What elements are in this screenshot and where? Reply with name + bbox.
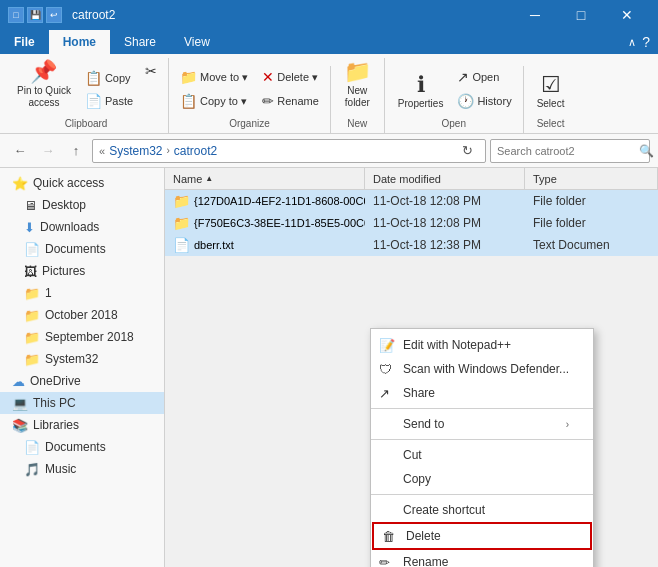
delete-ribbon-button[interactable]: ✕ Delete ▾ xyxy=(257,66,324,88)
folder-1-icon: 📁 xyxy=(24,286,40,301)
titlebar-controls: ─ □ ✕ xyxy=(512,0,650,30)
folder-icon-0: 📁 xyxy=(173,193,190,209)
rename-ribbon-button[interactable]: ✏ Rename xyxy=(257,90,324,112)
onedrive-icon: ☁ xyxy=(12,374,25,389)
sidebar-item-1[interactable]: 📁 1 xyxy=(0,282,164,304)
sidebar-item-quick-access[interactable]: ⭐ Quick access xyxy=(0,172,164,194)
ribbon-group-open: ℹ Properties ↗ Open 🕐 History Open xyxy=(385,66,524,133)
search-box[interactable]: 🔍 xyxy=(490,139,650,163)
cut-button[interactable]: ✂ xyxy=(140,60,162,82)
ctx-share[interactable]: ↗ Share xyxy=(371,381,593,405)
file-row-0[interactable]: 📁 {127D0A1D-4EF2-11D1-8608-00C04FC295...… xyxy=(165,190,658,212)
file-type-0: File folder xyxy=(525,194,658,208)
open-icon: ↗ xyxy=(457,69,469,85)
sidebar-item-september2018[interactable]: 📁 September 2018 xyxy=(0,326,164,348)
open-button[interactable]: ↗ Open xyxy=(452,66,516,88)
new-folder-icon: 📁 xyxy=(344,61,371,83)
sidebar-system32-label: System32 xyxy=(45,352,98,366)
ribbon-collapse-btn[interactable]: ∧ xyxy=(628,36,636,49)
sidebar-item-system32[interactable]: 📁 System32 xyxy=(0,348,164,370)
tab-view[interactable]: View xyxy=(170,30,224,54)
addressbar: ← → ↑ « System32 › catroot2 ↻ 🔍 xyxy=(0,134,658,168)
file-list-header: Name ▲ Date modified Type xyxy=(165,168,658,190)
folder-icon-1: 📁 xyxy=(173,215,190,231)
copy-to-button[interactable]: 📋 Copy to ▾ xyxy=(175,90,253,112)
history-button[interactable]: 🕐 History xyxy=(452,90,516,112)
sidebar-item-music[interactable]: 🎵 Music xyxy=(0,458,164,480)
ctx-separator-2 xyxy=(371,439,593,440)
copy-button[interactable]: 📋 Copy xyxy=(80,67,138,89)
sidebar-item-october2018[interactable]: 📁 October 2018 xyxy=(0,304,164,326)
sidebar-item-lib-documents[interactable]: 📄 Documents xyxy=(0,436,164,458)
tab-file[interactable]: File xyxy=(0,30,49,54)
file-name-0: 📁 {127D0A1D-4EF2-11D1-8608-00C04FC295... xyxy=(165,193,365,209)
file-row-2[interactable]: 📄 dberr.txt 11-Oct-18 12:38 PM Text Docu… xyxy=(165,234,658,256)
sidebar-item-libraries[interactable]: 📚 Libraries xyxy=(0,414,164,436)
path-part-system32[interactable]: System32 xyxy=(109,144,162,158)
col-header-name[interactable]: Name ▲ xyxy=(165,168,365,189)
rename-icon: ✏ xyxy=(262,93,274,109)
maximize-button[interactable]: □ xyxy=(558,0,604,30)
move-to-icon: 📁 xyxy=(180,69,197,85)
main-area: ⭐ Quick access 🖥 Desktop ⬇ Downloads 📄 D… xyxy=(0,168,658,567)
titlebar-quick-icons: □ 💾 ↩ xyxy=(8,7,62,23)
file-type-1: File folder xyxy=(525,216,658,230)
paste-button[interactable]: 📄 Paste xyxy=(80,90,138,112)
sidebar-downloads-label: Downloads xyxy=(40,220,99,234)
sort-arrow-icon: ▲ xyxy=(205,174,213,183)
ribbon-content: 📌 Pin to Quickaccess 📋 Copy 📄 Paste ✂ xyxy=(0,54,658,133)
ctx-rename[interactable]: ✏ Rename xyxy=(371,550,593,567)
col-header-date[interactable]: Date modified xyxy=(365,168,525,189)
organize-label: Organize xyxy=(175,116,324,133)
file-row-1[interactable]: 📁 {F750E6C3-38EE-11D1-85E5-00C04FC295...… xyxy=(165,212,658,234)
file-date-2: 11-Oct-18 12:38 PM xyxy=(365,238,525,252)
ribbon: File Home Share View ∧ ? 📌 Pin to Quicka… xyxy=(0,30,658,134)
sidebar-this-pc-label: This PC xyxy=(33,396,76,410)
ctx-send-to[interactable]: Send to › xyxy=(371,412,593,436)
documents-icon: 📄 xyxy=(24,242,40,257)
sidebar-item-this-pc[interactable]: 💻 This PC xyxy=(0,392,164,414)
ctx-scan-defender[interactable]: 🛡 Scan with Windows Defender... xyxy=(371,357,593,381)
ctx-copy[interactable]: Copy xyxy=(371,467,593,491)
search-input[interactable] xyxy=(497,145,635,157)
sidebar-item-onedrive[interactable]: ☁ OneDrive xyxy=(0,370,164,392)
copy-icon: 📋 xyxy=(85,70,102,86)
tab-home[interactable]: Home xyxy=(49,30,110,54)
september2018-icon: 📁 xyxy=(24,330,40,345)
pin-to-quick-access-button[interactable]: 📌 Pin to Quickaccess xyxy=(10,58,78,112)
close-button[interactable]: ✕ xyxy=(604,0,650,30)
organize-buttons: 📁 Move to ▾ 📋 Copy to ▾ ✕ Delete ▾ ✏ xyxy=(175,66,324,116)
back-button[interactable]: ← xyxy=(8,139,32,163)
address-path[interactable]: « System32 › catroot2 ↻ xyxy=(92,139,486,163)
file-type-2: Text Documen xyxy=(525,238,658,252)
refresh-button[interactable]: ↻ xyxy=(455,139,479,163)
titlebar: □ 💾 ↩ catroot2 ─ □ ✕ xyxy=(0,0,658,30)
notepad-icon: 📝 xyxy=(379,338,395,353)
forward-button[interactable]: → xyxy=(36,139,60,163)
move-to-button[interactable]: 📁 Move to ▾ xyxy=(175,66,253,88)
ctx-edit-notepad[interactable]: 📝 Edit with Notepad++ xyxy=(371,333,593,357)
ribbon-help-btn[interactable]: ? xyxy=(642,34,650,50)
ctx-create-shortcut[interactable]: Create shortcut xyxy=(371,498,593,522)
quick-access-icon: ⭐ xyxy=(12,176,28,191)
tab-share[interactable]: Share xyxy=(110,30,170,54)
path-part-catroot2[interactable]: catroot2 xyxy=(174,144,217,158)
ctx-cut[interactable]: Cut xyxy=(371,443,593,467)
properties-button[interactable]: ℹ Properties xyxy=(391,71,451,112)
new-folder-button[interactable]: 📁 Newfolder xyxy=(337,58,378,112)
sidebar-item-pictures[interactable]: 🖼 Pictures xyxy=(0,260,164,282)
sidebar-item-documents[interactable]: 📄 Documents xyxy=(0,238,164,260)
ctx-delete[interactable]: 🗑 Delete xyxy=(372,522,592,550)
up-button[interactable]: ↑ xyxy=(64,139,88,163)
titlebar-icon-2: 💾 xyxy=(27,7,43,23)
col-header-type[interactable]: Type xyxy=(525,168,658,189)
sidebar-item-downloads[interactable]: ⬇ Downloads xyxy=(0,216,164,238)
sidebar: ⭐ Quick access 🖥 Desktop ⬇ Downloads 📄 D… xyxy=(0,168,165,567)
titlebar-title: catroot2 xyxy=(72,8,506,22)
this-pc-icon: 💻 xyxy=(12,396,28,411)
sidebar-item-desktop[interactable]: 🖥 Desktop xyxy=(0,194,164,216)
clipboard-buttons: 📌 Pin to Quickaccess 📋 Copy 📄 Paste ✂ xyxy=(10,58,162,116)
select-button[interactable]: ☑ Select xyxy=(530,71,572,112)
minimize-button[interactable]: ─ xyxy=(512,0,558,30)
system32-icon: 📁 xyxy=(24,352,40,367)
